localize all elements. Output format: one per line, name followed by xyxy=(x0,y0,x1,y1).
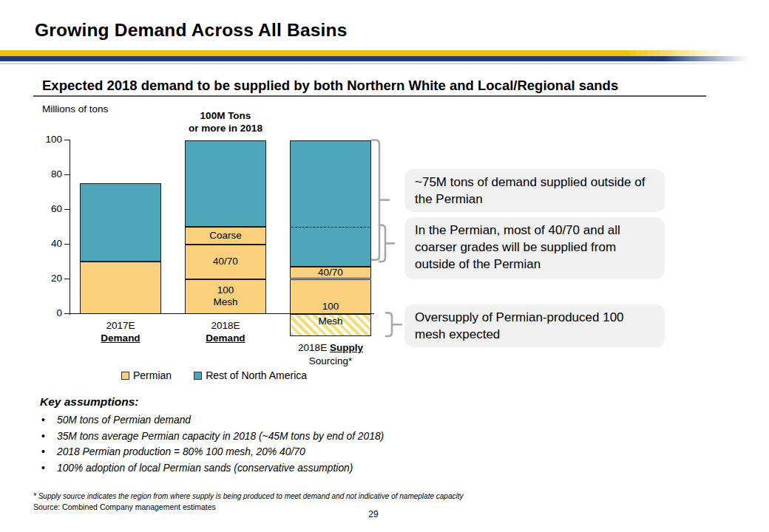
bar-segment-label: Coarse xyxy=(209,229,242,242)
y-tick-label: 60 xyxy=(28,203,62,214)
x-axis-label: 2018E SupplySourcing* xyxy=(271,341,390,367)
bar-segment xyxy=(185,140,266,228)
y-tick-label: 0 xyxy=(28,307,62,318)
bar-segment xyxy=(80,183,161,262)
bar-segment: 100 xyxy=(290,279,371,314)
dashed-threshold-line xyxy=(291,227,370,228)
y-tick-label: 100 xyxy=(28,134,62,145)
bar-segment-label: 100 Mesh xyxy=(213,284,237,309)
y-tick-label: 40 xyxy=(28,238,62,249)
callout-oversupply-100-mesh: Oversupply of Permian-produced 100 mesh … xyxy=(404,304,665,347)
chart-annotation: 100M Tons or more in 2018 xyxy=(163,110,288,134)
bar-segment-label: 40/70 xyxy=(213,255,238,268)
legend-item: Permian xyxy=(121,369,172,381)
x-axis-label: 2017EDemand xyxy=(61,319,180,345)
legend-swatch-icon xyxy=(194,372,202,380)
bar-segment: Mesh xyxy=(290,314,371,337)
legend-label: Rest of North America xyxy=(206,369,307,381)
bar-segment xyxy=(80,262,161,314)
x-axis-label: 2018EDemand xyxy=(166,319,285,345)
bar-segment-label: 100 xyxy=(322,300,339,313)
slide: Growing Demand Across All Basins Expecte… xyxy=(0,0,769,532)
bar-segment: 40/70 xyxy=(290,267,371,279)
callout-demand-outside-permian: ~75M tons of demand supplied outside of … xyxy=(404,169,665,212)
y-axis xyxy=(70,140,71,315)
bar-segment: Coarse xyxy=(185,227,266,245)
bar-segment-label: 40/70 xyxy=(318,266,343,279)
y-tick-label: 80 xyxy=(28,168,62,180)
bar-segment: 100 Mesh xyxy=(185,279,266,314)
chart-legend: PermianRest of North America xyxy=(121,369,307,381)
legend-item: Rest of North America xyxy=(194,369,307,381)
legend-swatch-icon xyxy=(121,372,129,380)
bar-segment: 40/70 xyxy=(185,245,266,279)
callout-permian-coarse-grades: In the Permian, most of 40/70 and all co… xyxy=(404,217,665,279)
bar-segment xyxy=(290,140,371,267)
y-tick-label: 20 xyxy=(28,273,62,284)
bar-segment-label: Mesh xyxy=(318,315,342,328)
x-axis xyxy=(70,313,374,315)
legend-label: Permian xyxy=(133,369,172,381)
